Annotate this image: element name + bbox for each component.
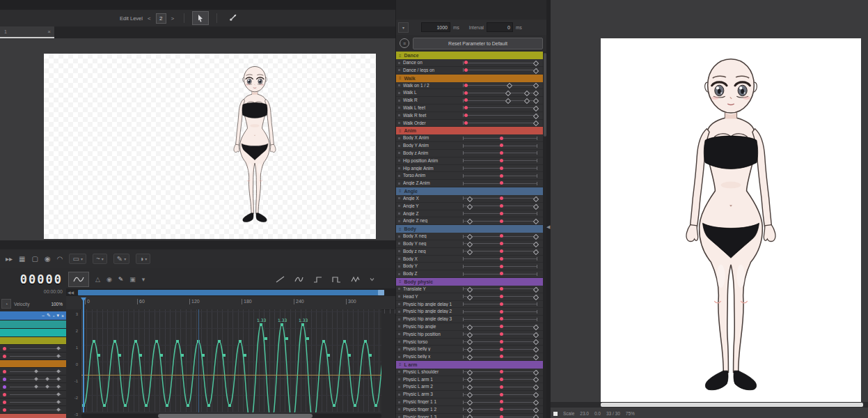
toolbar-icon[interactable]: ✎ [117, 255, 123, 263]
slider-handle[interactable] [466, 332, 472, 337]
menu-circle-icon[interactable]: ≡ [400, 38, 409, 48]
param-row-physic-l-arm-2[interactable]: Physic L arm 2 [396, 383, 543, 391]
slider-handle[interactable] [533, 400, 539, 405]
keyframe-square[interactable] [202, 354, 205, 357]
inverse-step-curve-icon[interactable] [332, 276, 341, 283]
timeline-toolbar-icon[interactable]: ▣ [129, 276, 136, 283]
param-slider[interactable] [461, 414, 539, 418]
param-row-physic-belly-x[interactable]: Physic belly x [396, 353, 543, 361]
param-row-physic-belly-y[interactable]: Physic belly y [396, 346, 543, 353]
param-slider[interactable] [461, 217, 539, 224]
keyframe-square[interactable] [124, 404, 127, 407]
arrow-tool-button[interactable] [192, 11, 209, 25]
param-slider[interactable] [461, 150, 539, 157]
keyframe-dot[interactable] [500, 287, 503, 291]
keyframe-dot[interactable] [500, 167, 503, 170]
slider-handle[interactable] [533, 219, 539, 224]
param-row-walk-l-feet[interactable]: Walk L feet [396, 104, 543, 112]
param-row-torso-anim[interactable]: Torso Anim [396, 172, 543, 180]
param-slider[interactable] [461, 82, 539, 89]
keyframe-dot[interactable] [500, 355, 503, 358]
toolbar-icon[interactable]: ▢ [32, 255, 38, 263]
param-slider[interactable] [461, 339, 539, 346]
toolbar-dropdown-group[interactable]: ✎▾ [113, 254, 129, 264]
param-slider[interactable] [461, 369, 539, 376]
slider-handle[interactable] [466, 219, 472, 224]
param-slider[interactable] [461, 256, 539, 263]
keyframe-square[interactable] [145, 404, 148, 407]
slider-handle[interactable] [533, 241, 539, 247]
keyframe-square[interactable] [103, 404, 106, 407]
slider-handle[interactable] [57, 392, 61, 396]
param-slider[interactable] [461, 323, 539, 330]
param-row-physic-hip-angle-delay-1[interactable]: Physic hip angle delay 1 [396, 301, 543, 309]
param-group-header-walk[interactable]: ≡Walk [396, 75, 543, 82]
slider-handle[interactable] [533, 249, 539, 254]
keyframe-dot[interactable] [500, 302, 503, 306]
timeline-track[interactable] [0, 414, 66, 418]
keyframe-square[interactable] [364, 340, 367, 343]
keyframe-dot[interactable] [500, 219, 503, 223]
velocity-row[interactable]: ◔ Velocity 100% [1, 299, 65, 309]
param-row-angle-z[interactable]: Angle Z [396, 210, 543, 218]
keyframe-dot[interactable] [500, 378, 503, 381]
param-slider[interactable] [461, 398, 539, 405]
param-slider[interactable] [461, 210, 539, 217]
timeline-track[interactable]: ~✎▫▾× [0, 311, 66, 320]
keyframe-square[interactable] [327, 354, 330, 357]
keyframe-square[interactable] [223, 354, 226, 357]
slider-handle[interactable] [533, 324, 539, 330]
slider-handle[interactable] [524, 91, 530, 96]
timeline-track[interactable] [0, 329, 66, 337]
slider-handle[interactable] [466, 392, 472, 398]
param-row-walk-order[interactable]: Walk Order [396, 120, 543, 127]
keyframe-dot[interactable] [500, 415, 503, 418]
keyframe-dot[interactable] [500, 181, 503, 185]
slider-handle[interactable] [466, 415, 472, 418]
param-row-walk-l[interactable]: Walk L [396, 89, 543, 97]
keyframe-dot[interactable] [464, 91, 468, 95]
param-slider[interactable] [461, 233, 539, 240]
scrollbar-thumb[interactable] [78, 290, 384, 295]
param-slider[interactable] [461, 353, 539, 360]
param-row-dance-on[interactable]: Dance on [396, 59, 543, 67]
param-slider[interactable] [461, 301, 539, 308]
keyframe-dot[interactable] [500, 317, 503, 320]
param-row-body-x-anim[interactable]: Body X Anim [396, 134, 543, 142]
curve-horizontal-scrollbar[interactable] [81, 414, 381, 418]
param-row-walk-r-feet[interactable]: Walk R feet [396, 112, 543, 120]
slider-handle[interactable] [505, 98, 511, 104]
param-row-body-z-anim[interactable]: Body z Anim [396, 150, 543, 157]
keyframe-dot[interactable] [3, 408, 6, 412]
slider-handle[interactable] [533, 294, 539, 300]
keyframe-dot[interactable] [500, 196, 503, 200]
linear-curve-icon[interactable] [276, 276, 285, 283]
timeline-toolbar-icon[interactable]: ▾ [142, 276, 145, 283]
slider-handle[interactable] [524, 98, 530, 104]
keyframe-square[interactable] [348, 354, 351, 357]
slider-handle[interactable] [45, 377, 49, 381]
keyframe-square[interactable] [113, 340, 116, 343]
keyframe-dot[interactable] [500, 204, 503, 208]
slider-handle[interactable] [533, 377, 539, 382]
keyframe-dot[interactable] [3, 385, 6, 389]
keyframe-square[interactable] [139, 354, 142, 357]
slider-handle[interactable] [466, 241, 472, 247]
slider-handle[interactable] [466, 234, 472, 240]
slider-handle[interactable] [466, 377, 472, 382]
param-row-walk-r[interactable]: Walk R [396, 97, 543, 104]
slider-handle[interactable] [466, 286, 472, 292]
keyframe-dot[interactable] [464, 114, 468, 117]
param-slider[interactable] [461, 112, 539, 119]
toolbar-icon[interactable]: ~ [96, 255, 100, 263]
param-row-body-y-neg[interactable]: Body Y neg [396, 240, 543, 248]
keyframe-dot[interactable] [500, 249, 503, 253]
timeline-track[interactable] [0, 360, 66, 368]
keyframe-square[interactable] [260, 323, 262, 326]
toolbar-icon[interactable]: ▸▸ [6, 255, 13, 263]
param-row-angle-x[interactable]: Angle X [396, 195, 543, 203]
param-slider[interactable] [461, 203, 539, 210]
keyframe-dot[interactable] [500, 400, 503, 403]
param-slider[interactable] [461, 142, 539, 149]
keyframe-dot[interactable] [500, 385, 503, 389]
